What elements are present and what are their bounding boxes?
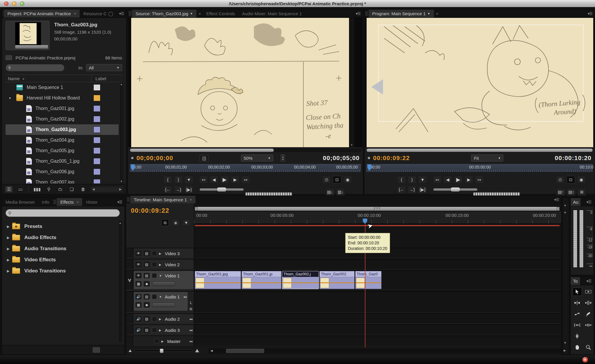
scroll-right-icon[interactable]: ▶ (564, 349, 566, 352)
label-color-chip[interactable] (93, 169, 100, 175)
chevron-down-icon[interactable]: ▼ (428, 12, 430, 15)
slip-tool[interactable] (572, 321, 582, 329)
play-button[interactable]: ▶ (220, 176, 229, 183)
tab-history[interactable]: Histor (83, 198, 101, 206)
keyframe-nav-pill[interactable] (152, 303, 175, 307)
effects-folder-row[interactable]: ▶ Audio Transitions (4, 243, 117, 254)
twirl-right-icon[interactable]: ▶ (159, 317, 163, 321)
label-color-chip[interactable] (93, 84, 100, 91)
project-list-item[interactable]: ▼ Harvest Hill Hollow Board (6, 93, 119, 103)
sort-ascending-icon[interactable]: ▲ (22, 77, 25, 80)
tab-resource-central[interactable]: Resource C ◯ (80, 10, 117, 18)
set-marker-button[interactable]: ▼ (418, 176, 427, 183)
panel-menu-icon[interactable]: ▾☰ (353, 10, 363, 18)
twirl-down-icon[interactable]: ▼ (159, 274, 163, 277)
ripple-edit-tool[interactable] (572, 299, 582, 307)
playhead-sync-button[interactable]: ◉ (343, 176, 352, 183)
loop-button[interactable]: ⊡ (333, 176, 341, 183)
go-to-next-edit-button[interactable]: →} (408, 186, 416, 193)
effects-folder-row[interactable]: ▶ Video Effects (4, 254, 117, 265)
twirl-right-icon[interactable]: ▶ (4, 247, 12, 251)
set-in-point-button[interactable]: ↤ (433, 176, 442, 183)
preview-thumbnail[interactable] (6, 21, 49, 50)
scrollbar-thumb[interactable] (367, 149, 593, 152)
track-name[interactable]: Master (167, 339, 181, 344)
trim-button[interactable]: ⊞ (577, 188, 586, 196)
tab-media-browser[interactable]: Media Browser (2, 198, 38, 206)
twirl-right-icon[interactable]: ▶ (4, 258, 12, 262)
program-fit-select[interactable]: Fit ▼ (471, 154, 503, 162)
show-keyframes-icon[interactable]: ▸◂ (190, 317, 192, 321)
razor-tool[interactable] (584, 310, 593, 318)
effects-search-input[interactable]: ⚲ (6, 209, 120, 217)
twirl-down-icon[interactable]: ▼ (8, 97, 11, 100)
track-name[interactable]: Video 1 (165, 273, 180, 278)
rate-stretch-tool[interactable] (572, 310, 582, 318)
panel-menu-icon[interactable]: ▾☰ (584, 198, 594, 206)
project-list-item[interactable]: Thorn_Gaz006.jpg (6, 166, 119, 177)
shuttle-slider[interactable] (200, 188, 244, 191)
twirl-right-icon[interactable]: ▶ (4, 269, 12, 273)
effects-folder-row[interactable]: ▶ Audio Effects (4, 232, 117, 243)
export-frame-button[interactable]: ⎙ (322, 176, 331, 183)
project-list-item[interactable]: Thorn_Gaz001.jpg (6, 103, 119, 114)
safe-margins-button[interactable]: {|} (199, 155, 209, 162)
program-viewer[interactable]: (Thorn Lurking Around) (365, 18, 594, 147)
program-horizontal-scrollbar[interactable] (366, 148, 593, 152)
source-ruler[interactable]: 00;00 00;00;01;00 00;00;02;00 00;00;03;0… (129, 164, 361, 172)
toggle-track-output-icon[interactable]: 🔊 (136, 327, 141, 333)
show-keyframes-icon[interactable]: ▸◂ (184, 295, 186, 299)
label-color-chip[interactable] (93, 116, 100, 122)
source-zoom-select[interactable]: 50% ▼ (241, 154, 273, 162)
set-display-style-icon[interactable]: ▤ (144, 327, 150, 333)
show-keyframes-icon[interactable]: ◆ (144, 302, 150, 308)
project-list-item[interactable]: Thorn_Gaz003.jpg (6, 124, 119, 135)
program-current-timecode[interactable]: 00:00:09:22 (373, 154, 410, 162)
timeline-clip[interactable]: Thorn_Gaz0 (355, 271, 382, 289)
set-display-style-icon[interactable]: ▤ (144, 316, 150, 322)
toggle-track-output-icon[interactable]: 👁 (136, 273, 141, 278)
track-lock-toggle[interactable] (152, 251, 157, 256)
preview-scrub-bar[interactable] (15, 45, 48, 49)
effects-folder-row[interactable]: ▶ ★ Presets (4, 221, 117, 232)
track-select-tool[interactable] (584, 288, 593, 296)
set-display-style-icon[interactable]: ▦ (136, 302, 141, 308)
output-settings-icon[interactable] (281, 154, 285, 162)
track-name[interactable]: Video 3 (165, 251, 180, 256)
overlay-button[interactable]: ▥↓ (336, 188, 345, 196)
timeline-clip[interactable]: Thorn_Gaz002.j (282, 271, 319, 289)
panel-menu-icon[interactable]: ▾☰ (115, 198, 124, 206)
clip-opacity-line[interactable] (282, 282, 319, 283)
twirl-right-icon[interactable]: ▶ (4, 236, 12, 240)
tab-audio-mixer[interactable]: Audio Mixer: Main Sequence 1 (239, 10, 305, 18)
selection-tool[interactable] (572, 288, 582, 296)
play-button[interactable]: ▶ (454, 176, 463, 183)
scroll-up-icon[interactable]: ▲ (564, 203, 567, 207)
toggle-track-output-icon[interactable]: 🔊 (136, 316, 141, 322)
twirl-right-icon[interactable]: ▶ (159, 252, 163, 255)
lift-button[interactable]: ▤↑ (556, 188, 565, 196)
go-to-previous-edit-button[interactable]: {← (397, 186, 406, 193)
timeline-clip[interactable]: Thorn_Gaz001.jpg (195, 271, 241, 289)
rolling-edit-tool[interactable] (584, 299, 593, 307)
track-audio2-area[interactable] (194, 314, 561, 324)
track-name[interactable]: Audio 2 (165, 317, 180, 322)
scroll-down-icon[interactable]: ▼ (564, 341, 567, 344)
project-search-input[interactable]: ⚲ (6, 64, 64, 71)
go-to-out-button[interactable]: } (408, 176, 416, 183)
label-color-chip[interactable] (93, 147, 100, 154)
scroll-right-icon[interactable]: ▶ (119, 188, 122, 191)
set-marker-button[interactable]: ▼ (184, 176, 193, 183)
track-name[interactable]: Audio 1 (165, 294, 180, 299)
scroll-left-icon[interactable]: ◀ (92, 188, 95, 191)
tab-effects[interactable]: Effects × (57, 198, 83, 206)
label-color-chip[interactable] (93, 137, 100, 143)
track-name[interactable]: Audio 3 (165, 328, 180, 333)
set-display-style-icon[interactable]: ▤ (144, 262, 150, 267)
zoom-out-icon[interactable]: ⛰ (129, 348, 132, 353)
scrollbar-thumb[interactable] (130, 149, 274, 152)
track-lock-toggle[interactable] (152, 262, 157, 267)
track-video2-area[interactable] (194, 259, 561, 269)
set-in-point-button[interactable]: ↤ (199, 176, 208, 183)
toggle-track-output-icon[interactable]: 👁 (136, 262, 141, 267)
